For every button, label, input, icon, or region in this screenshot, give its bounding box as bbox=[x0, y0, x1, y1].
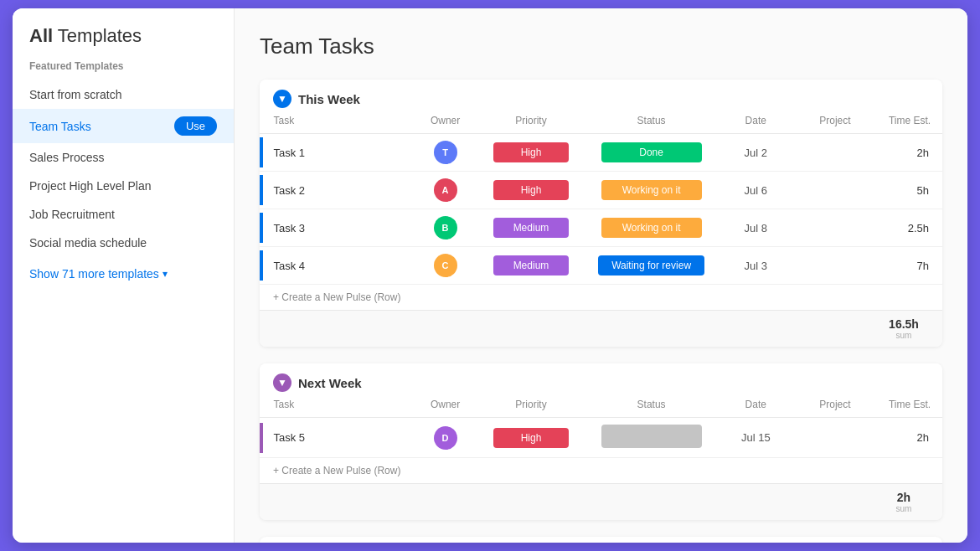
col-header-owner-nw: Owner bbox=[413, 392, 478, 418]
col-header-timeest: Time Est. bbox=[877, 108, 942, 134]
avatar: B bbox=[434, 216, 457, 239]
sidebar-item-team-tasks[interactable]: Team Tasks Use bbox=[13, 109, 234, 143]
table-row: Task 3 B Medium Working on it Jul 8 2.5h bbox=[260, 209, 942, 247]
next-week-section: ▼ Next Week Task Owner Priority Status D… bbox=[260, 363, 942, 520]
this-week-toggle[interactable]: ▼ bbox=[273, 90, 291, 108]
show-more-button[interactable]: Show 71 more templates ▾ bbox=[13, 257, 234, 291]
use-button[interactable]: Use bbox=[174, 116, 217, 136]
chevron-down-icon: ▾ bbox=[162, 268, 168, 280]
task-timeest: 2h bbox=[877, 418, 942, 458]
col-header-date: Date bbox=[719, 108, 793, 134]
task-owner: C bbox=[413, 247, 478, 285]
task-name: Task 5 bbox=[263, 418, 412, 458]
avatar: D bbox=[434, 426, 457, 450]
task-date: Jul 3 bbox=[719, 247, 793, 285]
create-row-label-nw: + Create a New Pulse (Row) bbox=[273, 465, 400, 476]
featured-templates-label: Featured Templates bbox=[13, 60, 234, 80]
task-timeest: 7h bbox=[877, 247, 942, 285]
task-priority: Medium bbox=[478, 209, 585, 247]
create-row-label: + Create a New Pulse (Row) bbox=[273, 291, 400, 303]
sidebar-item-job-recruitment[interactable]: Job Recruitment bbox=[13, 200, 234, 229]
status-badge: Waiting for review bbox=[598, 255, 704, 276]
avatar: T bbox=[434, 141, 457, 164]
status-badge bbox=[601, 425, 702, 448]
task-name: Task 4 bbox=[263, 247, 412, 285]
next-week-table: Task Owner Priority Status Date Project … bbox=[260, 392, 942, 457]
col-header-project: Project bbox=[793, 108, 877, 134]
this-week-create-row[interactable]: + Create a New Pulse (Row) bbox=[260, 284, 942, 310]
task-status: Working on it bbox=[584, 209, 718, 247]
task-timeest: 2h bbox=[877, 134, 942, 172]
sidebar-title: All Templates bbox=[13, 25, 234, 60]
avatar: C bbox=[434, 254, 457, 277]
sidebar-item-sales-process[interactable]: Sales Process bbox=[13, 143, 234, 172]
task-priority: High bbox=[478, 172, 585, 209]
this-week-sum: 16.5h sum bbox=[879, 317, 929, 340]
sidebar-item-social-media-schedule[interactable]: Social media schedule bbox=[13, 229, 234, 257]
task-project bbox=[793, 134, 877, 172]
next-week-table-wrapper: Task Owner Priority Status Date Project … bbox=[260, 392, 942, 520]
task-owner: T bbox=[413, 134, 478, 172]
next-week-create-row[interactable]: + Create a New Pulse (Row) bbox=[260, 457, 942, 483]
priority-badge: Medium bbox=[493, 255, 569, 276]
task-status: Done bbox=[584, 134, 718, 172]
table-row: Task 4 C Medium Waiting for review Jul 3… bbox=[260, 247, 942, 285]
task-timeest: 2.5h bbox=[877, 209, 942, 247]
info-section: i Manage what your team is working on ea… bbox=[260, 537, 942, 543]
task-project bbox=[793, 209, 877, 247]
col-header-date-nw: Date bbox=[719, 392, 793, 418]
col-header-timeest-nw: Time Est. bbox=[877, 392, 942, 418]
task-name: Task 1 bbox=[263, 134, 412, 172]
priority-badge: High bbox=[493, 428, 569, 448]
table-row: Task 1 T High Done Jul 2 2h bbox=[260, 134, 942, 172]
next-week-sum: 2h sum bbox=[879, 491, 929, 513]
avatar: A bbox=[434, 178, 457, 202]
page-title: Team Tasks bbox=[260, 33, 942, 59]
title-bold: All bbox=[29, 25, 53, 46]
task-priority: High bbox=[478, 418, 585, 458]
next-week-sum-row: 2h sum bbox=[260, 483, 942, 520]
col-header-task: Task bbox=[263, 108, 412, 134]
title-rest: Templates bbox=[53, 25, 142, 46]
col-header-priority: Priority bbox=[478, 108, 585, 134]
this-week-section: ▼ This Week Task Owner Priority Status D… bbox=[260, 80, 942, 347]
task-status: Waiting for review bbox=[584, 247, 718, 285]
task-priority: High bbox=[478, 134, 585, 172]
col-header-project-nw: Project bbox=[793, 392, 877, 418]
task-owner: B bbox=[413, 209, 478, 247]
col-header-status: Status bbox=[584, 108, 718, 134]
priority-badge: High bbox=[493, 142, 569, 162]
sidebar-item-label: Start from scratch bbox=[29, 88, 121, 101]
col-header-status-nw: Status bbox=[584, 392, 718, 418]
sidebar-item-label: Sales Process bbox=[29, 151, 104, 164]
priority-badge: Medium bbox=[493, 218, 569, 238]
sidebar-item-label: Team Tasks bbox=[29, 120, 91, 133]
task-owner: D bbox=[413, 418, 478, 458]
task-project bbox=[793, 247, 877, 285]
next-week-toggle[interactable]: ▼ bbox=[273, 373, 291, 392]
task-project bbox=[793, 418, 877, 458]
this-week-header: ▼ This Week bbox=[260, 80, 942, 108]
table-row: Task 5 D High Jul 15 2h bbox=[260, 418, 942, 458]
app-container: All Templates Featured Templates Start f… bbox=[13, 8, 967, 543]
task-status: Working on it bbox=[584, 172, 718, 209]
task-status bbox=[584, 418, 718, 458]
sidebar-item-label: Project High Level Plan bbox=[29, 179, 152, 193]
table-row: Task 2 A High Working on it Jul 6 5h bbox=[260, 172, 942, 209]
task-date: Jul 8 bbox=[719, 209, 793, 247]
next-week-title: Next Week bbox=[298, 376, 362, 390]
sidebar-item-start-from-scratch[interactable]: Start from scratch bbox=[13, 80, 234, 109]
task-date: Jul 6 bbox=[719, 172, 793, 209]
task-date: Jul 15 bbox=[719, 418, 793, 458]
status-badge: Done bbox=[601, 142, 702, 162]
task-priority: Medium bbox=[478, 247, 585, 285]
status-badge: Working on it bbox=[601, 218, 702, 238]
task-timeest: 5h bbox=[877, 172, 942, 209]
sum-label-text: sum bbox=[879, 331, 929, 340]
sidebar-item-label: Job Recruitment bbox=[29, 208, 115, 221]
col-header-task-nw: Task bbox=[263, 392, 412, 418]
task-name: Task 2 bbox=[263, 172, 412, 209]
show-more-label: Show 71 more templates bbox=[29, 267, 159, 281]
status-badge: Working on it bbox=[601, 180, 702, 200]
sidebar-item-project-high-level-plan[interactable]: Project High Level Plan bbox=[13, 172, 234, 200]
